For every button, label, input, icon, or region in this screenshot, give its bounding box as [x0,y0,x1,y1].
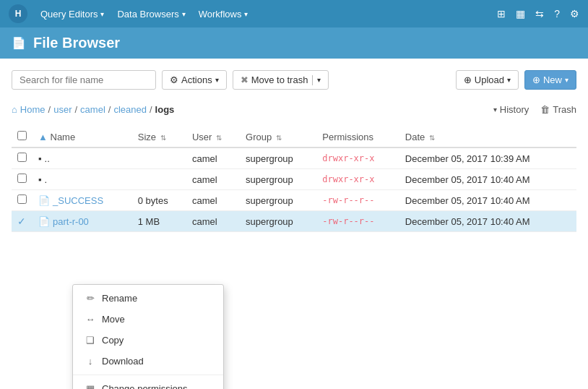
file-icon: 📄 [38,195,50,206]
copy-label: Copy [102,335,124,346]
breadcrumb-home[interactable]: ⌂ Home [12,104,46,115]
row-permissions-cell: -rw-r--r-- [316,211,399,232]
row-permissions-cell: drwxr-xr-x [316,148,399,169]
row-group-cell: supergroup [240,148,316,169]
chevron-down-icon: ▾ [182,10,186,18]
chevron-down-icon: ▾ [215,76,219,84]
table-row: ▪.camelsupergroupdrwxr-xr-xDecember 05, … [12,169,576,190]
menu-item-download[interactable]: ↓Download [73,351,223,372]
breadcrumb-camel[interactable]: camel [80,104,105,115]
sort-group-icon: ⇅ [276,134,282,142]
new-button[interactable]: ⊕ New ▾ [524,70,576,90]
row-name-cell: ▪.. [33,148,132,169]
move-menu-icon: ↔ [85,314,96,325]
table-header-name[interactable]: ▲ Name [33,127,132,148]
toolbar: ⚙ Actions ▾ ✖ Move to trash ▾ ⊕ Upload ▾… [12,70,576,90]
toolbar-right: ⊕ Upload ▾ ⊕ New ▾ [456,70,576,90]
page-title: File Browser [33,35,120,51]
file-link[interactable]: part-r-00 [53,216,89,227]
app-logo: H [9,4,27,23]
row-name-cell: 📄_SUCCESS [33,190,132,211]
top-navigation: H Query Editors ▾ Data Browsers ▾ Workfl… [0,0,588,27]
nav-workflows[interactable]: Workflows ▾ [199,9,248,20]
table-header-permissions[interactable]: Permissions [316,127,399,148]
nav-right-icons: ⊞ ▦ ⇆ ? ⚙ [497,8,579,20]
grid-icon[interactable]: ⊞ [497,8,506,20]
history-button[interactable]: ▾ History [493,104,529,115]
breadcrumb-current: logs [155,104,175,115]
upload-button[interactable]: ⊕ Upload ▾ [456,70,519,90]
row-selected-check[interactable]: ✓ [17,215,26,227]
table-header-date[interactable]: Date ⇅ [399,127,576,148]
menu-item-change-perms[interactable]: ▦Change permissions [73,378,223,389]
sort-user-icon: ⇅ [216,134,222,142]
row-permissions-cell: drwxr-xr-x [316,169,399,190]
download-label: Download [102,356,144,367]
row-user-cell: camel [186,148,240,169]
row-checkbox-cell [12,190,33,211]
trash-button[interactable]: 🗑 Trash [540,104,576,115]
menu-item-move[interactable]: ↔Move [73,309,223,330]
help-icon[interactable]: ? [554,8,560,20]
settings-icon[interactable]: ⚙ [570,8,579,20]
row-group-cell: supergroup [240,190,316,211]
copy-menu-icon: ❑ [85,335,96,346]
nav-data-browsers[interactable]: Data Browsers ▾ [117,9,185,20]
menu-item-rename[interactable]: ✏Rename [73,288,223,309]
row-name-cell: ▪. [33,169,132,190]
context-menu: ✏Rename↔Move❑Copy↓Download▦Change permis… [72,284,224,389]
table-icon[interactable]: ▦ [516,8,525,20]
table-header-size[interactable]: Size ⇅ [132,127,186,148]
home-icon: ⌂ [12,104,17,115]
table-row: ▪..camelsupergroupdrwxr-xr-xDecember 05,… [12,148,576,169]
breadcrumb-cleaned[interactable]: cleaned [113,104,147,115]
row-checkbox[interactable] [17,194,27,204]
row-size-cell [132,169,186,190]
row-group-cell: supergroup [240,211,316,232]
chevron-down-icon: ▾ [100,10,104,18]
chevron-down-icon: ▾ [565,76,568,84]
file-link[interactable]: _SUCCESS [53,195,103,206]
table-row: ✓📄part-r-001 MBcamelsupergroup-rw-r--r--… [12,211,576,232]
row-permissions-cell: -rw-r--r-- [316,190,399,211]
file-name: . [45,174,48,185]
search-input[interactable] [12,70,156,90]
sort-date-icon: ⇅ [429,134,435,142]
nav-bar: ⌂ Home / user / camel / cleaned / logs ▾… [12,101,576,118]
row-checkbox[interactable] [17,174,27,183]
folder-icon: ▪ [38,174,42,185]
folder-icon: ▪ [38,153,42,164]
change-perms-label: Change permissions [102,383,188,389]
header-bar: 📄 File Browser [0,27,588,59]
breadcrumb-user[interactable]: user [53,104,72,115]
table-header-group[interactable]: Group ⇅ [240,127,316,148]
download-menu-icon: ↓ [85,356,96,367]
menu-item-copy[interactable]: ❑Copy [73,330,223,351]
gear-icon: ⚙ [170,74,178,85]
share-icon[interactable]: ⇆ [535,8,544,20]
table-header-checkbox [12,127,33,148]
row-name-cell: 📄part-r-00 [33,211,132,232]
chevron-down-icon: ▾ [244,10,248,18]
actions-button[interactable]: ⚙ Actions ▾ [162,70,227,90]
nav-query-editors[interactable]: Query Editors ▾ [40,9,104,20]
row-checkbox-cell [12,169,33,190]
row-user-cell: camel [186,211,240,232]
breadcrumb: ⌂ Home / user / camel / cleaned / logs [12,104,174,115]
menu-separator [73,375,223,375]
file-browser-icon: 📄 [12,36,26,50]
chevron-down-icon: ▾ [317,76,321,84]
move-to-trash-button[interactable]: ✖ Move to trash ▾ [233,70,329,90]
select-all-checkbox[interactable] [17,131,27,140]
row-checkbox[interactable] [17,153,27,162]
chevron-down-icon: ▾ [507,76,511,84]
sort-name-icon: ▲ [38,132,48,142]
table-row: 📄_SUCCESS0 bytescamelsupergroup-rw-r--r-… [12,190,576,211]
table-header-user[interactable]: User ⇅ [186,127,240,148]
file-icon: 📄 [38,216,50,227]
change-perms-menu-icon: ▦ [85,383,96,389]
row-user-cell: camel [186,190,240,211]
row-checkbox-cell: ✓ [12,211,33,232]
row-date-cell: December 05, 2017 10:40 AM [399,169,576,190]
plus-icon: ⊕ [532,74,540,85]
